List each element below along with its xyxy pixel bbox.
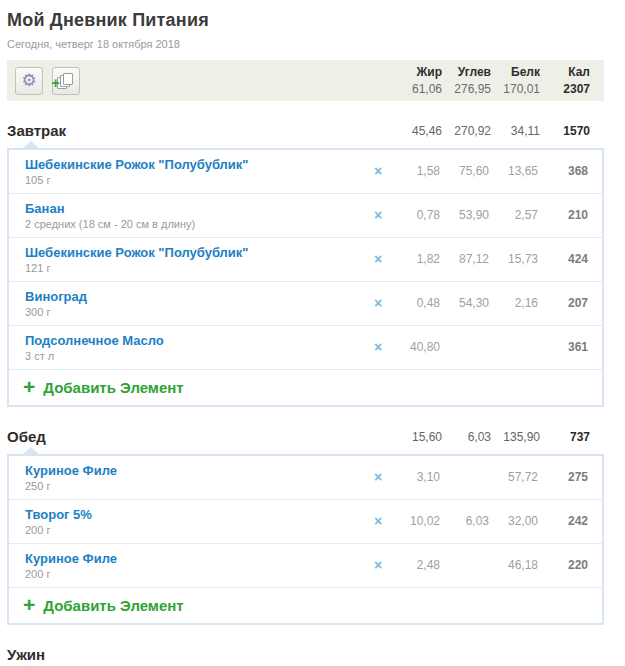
meal-title: Обед bbox=[7, 428, 367, 445]
food-item-link[interactable]: Творог 5% bbox=[25, 506, 92, 523]
item-protein: 57,72 bbox=[489, 470, 538, 484]
food-item-serving: 200 г bbox=[25, 524, 365, 537]
meal-header: Завтрак45,46270,9234,111570 bbox=[7, 122, 604, 139]
food-item-info: Творог 5%200 г bbox=[25, 505, 365, 537]
food-item-row: Банан2 средних (18 см - 20 см в длину)×0… bbox=[9, 193, 602, 237]
item-protein: 13,65 bbox=[489, 164, 538, 178]
item-fat: 2,48 bbox=[391, 558, 440, 572]
copy-items-button[interactable]: + bbox=[52, 67, 80, 95]
day-total-carbs: 276,95 bbox=[442, 82, 491, 96]
food-item-link[interactable]: Куриное Филе bbox=[25, 550, 117, 567]
food-item-row: Куриное Филе250 г×3,1057,72275 bbox=[9, 456, 602, 499]
col-header-fat: Жир bbox=[393, 65, 442, 79]
food-item-link[interactable]: Шебекинские Рожок "Полубублик" bbox=[25, 156, 249, 173]
food-item-row: Куриное Филе200 г×2,4846,18220 bbox=[9, 543, 602, 587]
item-protein: 46,18 bbox=[489, 558, 538, 572]
food-item-serving: 2 средних (18 см - 20 см в длину) bbox=[25, 218, 365, 231]
food-item-serving: 3 ст л bbox=[25, 350, 365, 363]
add-element-label: Добавить Элемент bbox=[43, 597, 183, 614]
item-calories: 275 bbox=[538, 470, 588, 484]
item-fat: 40,80 bbox=[391, 340, 440, 354]
item-fat: 3,10 bbox=[391, 470, 440, 484]
col-header-carbs: Углев bbox=[442, 65, 491, 79]
delete-item-button[interactable]: × bbox=[374, 251, 382, 267]
add-element-button[interactable]: +Добавить Элемент bbox=[9, 587, 602, 623]
date-label: Сегодня, четверг 18 октября 2018 bbox=[7, 38, 604, 50]
copy-pages-icon: + bbox=[60, 73, 73, 88]
meal-total-fat: 15,60 bbox=[393, 430, 442, 444]
add-element-button[interactable]: +Добавить Элемент bbox=[9, 369, 602, 405]
meal-total-fat: 45,46 bbox=[393, 124, 442, 138]
food-item-serving: 105 г bbox=[25, 174, 365, 187]
item-carbs: 54,30 bbox=[440, 296, 489, 310]
food-item-link[interactable]: Банан bbox=[25, 200, 65, 217]
meal-title: Завтрак bbox=[7, 122, 367, 139]
meals-list: Завтрак45,46270,9234,111570Шебекинские Р… bbox=[7, 122, 604, 666]
item-fat: 1,58 bbox=[391, 164, 440, 178]
item-calories: 424 bbox=[538, 252, 588, 266]
item-fat: 0,48 bbox=[391, 296, 440, 310]
food-item-serving: 300 г bbox=[25, 306, 365, 319]
item-protein: 2,16 bbox=[489, 296, 538, 310]
food-item-serving: 200 г bbox=[25, 568, 365, 581]
gear-icon: ⚙ bbox=[21, 72, 36, 89]
meal-section: Завтрак45,46270,9234,111570Шебекинские Р… bbox=[7, 122, 604, 407]
item-protein: 32,00 bbox=[489, 514, 538, 528]
day-total-calories: 2307 bbox=[540, 82, 590, 96]
item-carbs: 75,60 bbox=[440, 164, 489, 178]
toolbar: ⚙ + Жир Углев Белк Кал 61,06 276,95 170,… bbox=[7, 60, 604, 101]
item-calories: 210 bbox=[538, 208, 588, 222]
col-header-protein: Белк bbox=[491, 65, 540, 79]
item-fat: 0,78 bbox=[391, 208, 440, 222]
delete-item-button[interactable]: × bbox=[374, 339, 382, 355]
plus-icon: + bbox=[52, 76, 60, 90]
food-item-row: Творог 5%200 г×10,026,0332,00242 bbox=[9, 499, 602, 543]
food-item-row: Виноград300 г×0,4854,302,16207 bbox=[9, 281, 602, 325]
plus-icon: + bbox=[23, 596, 35, 614]
food-item-link[interactable]: Куриное Филе bbox=[25, 462, 117, 479]
food-item-info: Виноград300 г bbox=[25, 287, 365, 319]
food-item-info: Подсолнечное Масло3 ст л bbox=[25, 331, 365, 363]
toolbar-buttons: ⚙ + bbox=[15, 67, 80, 95]
day-total-fat: 61,06 bbox=[393, 82, 442, 96]
add-element-label: Добавить Элемент bbox=[43, 379, 183, 396]
settings-button[interactable]: ⚙ bbox=[15, 67, 43, 95]
delete-item-button[interactable]: × bbox=[374, 295, 382, 311]
food-item-row: Подсолнечное Масло3 ст л×40,80361 bbox=[9, 325, 602, 369]
delete-item-button[interactable]: × bbox=[374, 469, 382, 485]
meal-section: Ужин+Добавить Элемент bbox=[7, 646, 604, 666]
meal-items-box: Шебекинские Рожок "Полубублик"105 г×1,58… bbox=[7, 148, 604, 407]
item-fat: 1,82 bbox=[391, 252, 440, 266]
meal-items-box: Куриное Филе250 г×3,1057,72275Творог 5%2… bbox=[7, 454, 604, 625]
delete-item-button[interactable]: × bbox=[374, 557, 382, 573]
item-carbs: 53,90 bbox=[440, 208, 489, 222]
food-item-row: Шебекинские Рожок "Полубублик"105 г×1,58… bbox=[9, 150, 602, 193]
delete-item-button[interactable]: × bbox=[374, 513, 382, 529]
day-total-protein: 170,01 bbox=[491, 82, 540, 96]
meal-header: Ужин bbox=[7, 646, 604, 663]
delete-item-button[interactable]: × bbox=[374, 163, 382, 179]
food-item-serving: 250 г bbox=[25, 480, 365, 493]
food-item-info: Куриное Филе250 г bbox=[25, 461, 365, 493]
meal-total-calories: 737 bbox=[540, 430, 590, 444]
food-item-info: Банан2 средних (18 см - 20 см в длину) bbox=[25, 199, 365, 231]
food-item-info: Куриное Филе200 г bbox=[25, 549, 365, 581]
nutrient-column-headers: Жир Углев Белк Кал 61,06 276,95 170,01 2… bbox=[393, 65, 590, 96]
meal-section: Обед15,606,03135,90737Куриное Филе250 г×… bbox=[7, 428, 604, 625]
food-item-info: Шебекинские Рожок "Полубублик"105 г bbox=[25, 155, 365, 187]
col-header-calories: Кал bbox=[540, 65, 590, 79]
item-carbs: 87,12 bbox=[440, 252, 489, 266]
item-protein: 2,57 bbox=[489, 208, 538, 222]
food-item-link[interactable]: Шебекинские Рожок "Полубублик" bbox=[25, 244, 249, 261]
food-item-link[interactable]: Виноград bbox=[25, 288, 87, 305]
food-item-info: Шебекинские Рожок "Полубублик"121 г bbox=[25, 243, 365, 275]
item-calories: 242 bbox=[538, 514, 588, 528]
delete-item-button[interactable]: × bbox=[374, 207, 382, 223]
meal-total-carbs: 6,03 bbox=[442, 430, 491, 444]
food-item-link[interactable]: Подсолнечное Масло bbox=[25, 332, 164, 349]
meal-header: Обед15,606,03135,90737 bbox=[7, 428, 604, 445]
page-title: Мой Дневник Питания bbox=[7, 10, 604, 31]
food-item-row: Шебекинские Рожок "Полубублик"121 г×1,82… bbox=[9, 237, 602, 281]
food-item-serving: 121 г bbox=[25, 262, 365, 275]
item-protein: 15,73 bbox=[489, 252, 538, 266]
